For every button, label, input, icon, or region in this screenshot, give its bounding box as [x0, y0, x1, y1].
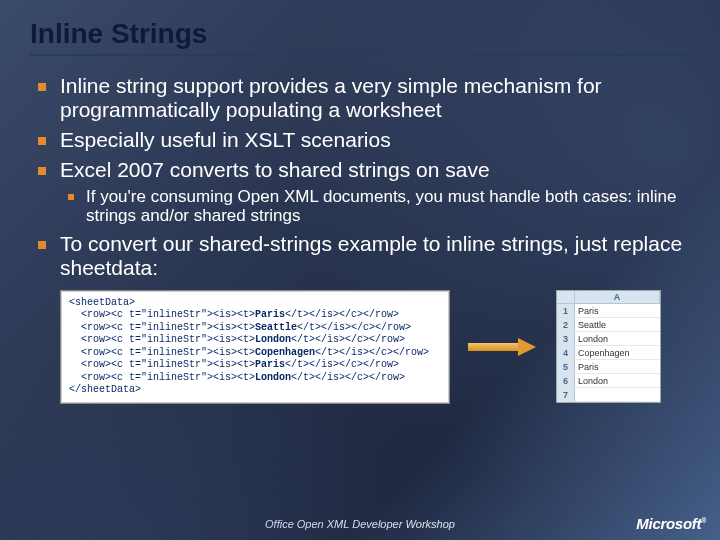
- col-header: A: [575, 291, 660, 304]
- bullet-item: Inline string support provides a very si…: [60, 74, 690, 122]
- row-header: 6: [557, 374, 575, 388]
- row-header: 4: [557, 346, 575, 360]
- cell: [575, 388, 660, 402]
- title-underline: [30, 54, 690, 56]
- example-row: <sheetData> <row><c t="inlineStr"><is><t…: [30, 290, 690, 404]
- xml-code-box: <sheetData> <row><c t="inlineStr"><is><t…: [60, 290, 450, 404]
- row-header: 3: [557, 332, 575, 346]
- row-header: 7: [557, 388, 575, 402]
- row-header: 1: [557, 304, 575, 318]
- cell: London: [575, 332, 660, 346]
- sheet-corner: [557, 291, 575, 304]
- cell: Paris: [575, 360, 660, 374]
- bullet-item: Excel 2007 converts to shared strings on…: [60, 158, 690, 225]
- cell: Seattle: [575, 318, 660, 332]
- bullet-item: To convert our shared-strings example to…: [60, 232, 690, 280]
- bullet-item: Especially useful in XSLT scenarios: [60, 128, 690, 152]
- cell: Copenhagen: [575, 346, 660, 360]
- bullet-list: Inline string support provides a very si…: [30, 74, 690, 280]
- excel-preview: A 1Paris2Seattle3London4Copenhagen5Paris…: [556, 290, 661, 403]
- arrow-icon: [468, 338, 538, 356]
- sub-bullet-list: If you're consuming Open XML documents, …: [60, 187, 690, 226]
- row-header: 5: [557, 360, 575, 374]
- cell: London: [575, 374, 660, 388]
- row-header: 2: [557, 318, 575, 332]
- slide-title: Inline Strings: [30, 18, 690, 50]
- sub-bullet-item: If you're consuming Open XML documents, …: [86, 187, 690, 226]
- bullet-text: Excel 2007 converts to shared strings on…: [60, 158, 490, 181]
- cell: Paris: [575, 304, 660, 318]
